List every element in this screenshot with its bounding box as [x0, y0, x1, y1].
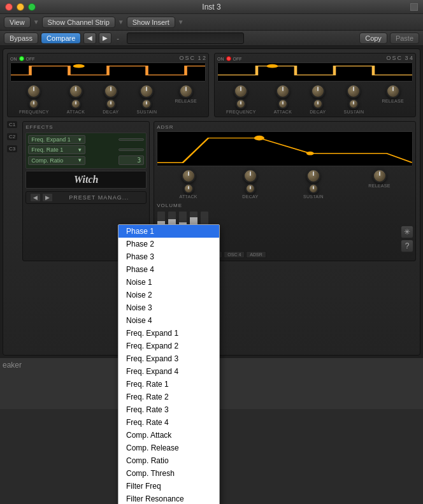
- effects-value-3[interactable]: 3: [118, 155, 144, 165]
- resize-handle[interactable]: [410, 3, 418, 11]
- dropdown-item[interactable]: Phase 2: [118, 238, 219, 250]
- preset-prev-btn[interactable]: ◀: [30, 193, 41, 202]
- dropdown-item[interactable]: Freq. Expand 3: [118, 352, 219, 365]
- sus-knob[interactable]: [140, 84, 154, 98]
- osc2-waveform[interactable]: [217, 62, 413, 82]
- show-channel-button[interactable]: Show Channel Strip: [42, 17, 115, 28]
- show-insert-button[interactable]: Show Insert: [127, 17, 175, 28]
- effects-value-1[interactable]: [118, 138, 144, 141]
- dropdown-item[interactable]: Comp. Release: [118, 442, 219, 454]
- att-knob-group: ATTACK: [67, 84, 85, 114]
- effects-select-2[interactable]: Freq. Rate 1 ▼: [28, 145, 85, 154]
- sus2-amp-knob[interactable]: [348, 99, 359, 109]
- dropdown-item[interactable]: Noise 2: [118, 289, 219, 301]
- dropdown-item[interactable]: Comp. Thresh: [118, 467, 219, 480]
- effects-title: EFFECTS: [25, 124, 147, 130]
- svg-point-1: [73, 64, 85, 68]
- sus-amp-knob[interactable]: [141, 99, 152, 109]
- bypass-button[interactable]: Bypass: [4, 32, 38, 44]
- dropdown-item[interactable]: Noise 4: [118, 314, 219, 327]
- dropdown-item[interactable]: Filter Resonance: [118, 493, 219, 504]
- osc1-nums: 1 2: [197, 55, 206, 61]
- next-button[interactable]: ▶: [99, 32, 111, 44]
- paste-button[interactable]: Paste: [390, 32, 419, 44]
- att2-amp-knob[interactable]: [278, 99, 288, 109]
- close-button[interactable]: [5, 3, 13, 11]
- effects-value-2[interactable]: [118, 148, 144, 151]
- osc1-on-off: ON OFF: [10, 56, 206, 61]
- osc1-waveform[interactable]: [10, 62, 206, 82]
- svg-point-6: [306, 152, 314, 155]
- dec2-knob[interactable]: [311, 84, 325, 98]
- effects-select-3[interactable]: Comp. Ratio ▼: [28, 156, 85, 165]
- dropdown-item[interactable]: Phase 3: [118, 250, 219, 263]
- sus2-knob[interactable]: [347, 84, 361, 98]
- att-amp-knob[interactable]: [71, 99, 81, 109]
- adsr-sus-knob[interactable]: [306, 169, 320, 183]
- svg-rect-4: [157, 132, 412, 166]
- question-button[interactable]: ?: [401, 240, 413, 252]
- dec2-amp-knob[interactable]: [313, 99, 323, 109]
- adsr-tab[interactable]: ADSR: [246, 251, 266, 258]
- prev-button[interactable]: ◀: [83, 32, 96, 44]
- rel-knob[interactable]: [179, 84, 193, 98]
- dropdown-item[interactable]: Comp. Ratio: [118, 454, 219, 467]
- dropdown-item[interactable]: Noise 1: [118, 276, 219, 289]
- dropdown-item[interactable]: Freq. Expand 4: [118, 365, 219, 378]
- dropdown-item[interactable]: Freq. Rate 4: [118, 416, 219, 429]
- dec2-label: DECAY: [310, 110, 326, 114]
- adsr-dec-label: DECAY: [242, 194, 258, 199]
- adsr-sus-group: SUSTAIN: [303, 169, 324, 199]
- adsr-sus-label: SUSTAIN: [303, 194, 324, 199]
- dropdown-item[interactable]: Filter Freq: [118, 480, 219, 493]
- freq-knob-group: FREQUENCY: [19, 84, 49, 114]
- adsr-dec-knob[interactable]: [243, 169, 257, 183]
- compare-button[interactable]: Compare: [41, 32, 81, 44]
- dec-amp-knob[interactable]: [106, 99, 116, 109]
- effects-select-1[interactable]: Freq. Expand 1 ▼: [28, 135, 85, 144]
- adsr-att-knob[interactable]: [182, 169, 196, 183]
- dropdown-item[interactable]: Freq. Rate 3: [118, 403, 219, 416]
- dec-knob[interactable]: [104, 84, 118, 98]
- osc2-led[interactable]: [226, 56, 231, 61]
- c2-label: C2: [7, 133, 17, 140]
- view-button[interactable]: View: [4, 17, 31, 28]
- dropdown-item[interactable]: Freq. Expand 2: [118, 340, 219, 352]
- dropdown-item[interactable]: Comp. Attack: [118, 429, 219, 442]
- dropdown-item[interactable]: Noise 3: [118, 301, 219, 314]
- fine2-knob[interactable]: [236, 99, 246, 109]
- rel2-knob[interactable]: [386, 84, 400, 98]
- dropdown-item[interactable]: Freq. Expand 1: [118, 327, 219, 340]
- adsr-att-amp[interactable]: [183, 184, 194, 194]
- dropdown-item[interactable]: Freq. Rate 2: [118, 391, 219, 403]
- fine-knob[interactable]: [29, 99, 39, 109]
- sus-label: SUSTAIN: [136, 110, 157, 114]
- osc1-knobs: FREQUENCY ATTACK DECAY: [10, 84, 206, 114]
- att2-knob[interactable]: [276, 84, 290, 98]
- osc1-led[interactable]: [19, 56, 24, 61]
- dropdown-item[interactable]: Phase 1: [118, 225, 219, 238]
- preset-selector[interactable]: [127, 32, 244, 44]
- preset-next-btn[interactable]: ▶: [42, 193, 53, 202]
- dec2-knob-group: DECAY: [310, 84, 326, 114]
- adsr-rel-knob[interactable]: [373, 169, 387, 183]
- maximize-button[interactable]: [28, 3, 36, 11]
- copy-button[interactable]: Copy: [359, 32, 387, 44]
- adsr-osc-knob[interactable]: [245, 184, 255, 194]
- freq2-knob[interactable]: [234, 84, 248, 98]
- dropdown-item[interactable]: Freq. Rate 1: [118, 378, 219, 391]
- osc-section-1: OSC 1 2 ON OFF: [7, 53, 209, 117]
- star-button[interactable]: ✳: [401, 226, 413, 238]
- att2-label: ATTACK: [274, 110, 292, 114]
- sus-knob-group: SUSTAIN: [136, 84, 157, 114]
- adsr-sus-amp[interactable]: [308, 184, 319, 194]
- toolbar-row1: View ▼ Show Channel Strip ▼ Show Insert …: [0, 14, 423, 31]
- osc4-tab[interactable]: OSC 4: [224, 251, 245, 258]
- minimize-button[interactable]: [17, 3, 24, 11]
- dropdown-item[interactable]: Phase 4: [118, 263, 219, 276]
- osc2-on-off: ON OFF: [217, 56, 413, 61]
- dec-knob-group: DECAY: [103, 84, 118, 114]
- att-knob[interactable]: [69, 84, 83, 98]
- dropdown-menu[interactable]: Phase 1Phase 2Phase 3Phase 4Noise 1Noise…: [118, 224, 220, 504]
- freq-knob[interactable]: [27, 84, 41, 98]
